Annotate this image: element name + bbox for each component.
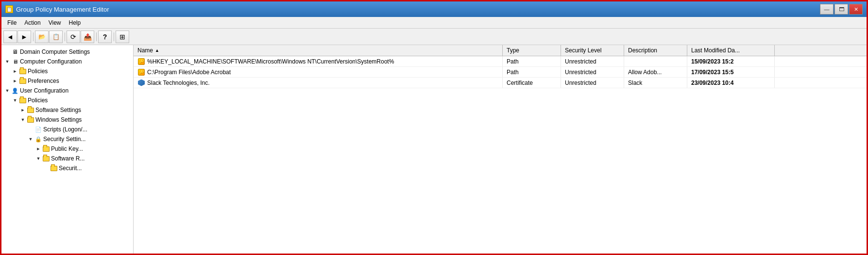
close-button[interactable]: ✕: [849, 4, 863, 15]
expand-preferences[interactable]: ►: [11, 77, 19, 85]
toolbar-sep-1: [32, 31, 34, 43]
window-title: Group Policy Management Editor: [16, 6, 109, 13]
policy-icon-1: 🔑: [138, 58, 145, 65]
sidebar-item-windows-settings[interactable]: ▼ Windows Settings: [19, 115, 133, 125]
row3-desc: Slack: [628, 80, 642, 86]
menu-view[interactable]: View: [45, 18, 65, 27]
expand-user-config[interactable]: ▼: [3, 87, 11, 95]
expand-windows-settings[interactable]: ▼: [19, 116, 27, 124]
menu-help[interactable]: Help: [65, 18, 85, 27]
row1-name: %HKEY_LOCAL_MACHINE\SOFTWARE\Microsoft\W…: [147, 58, 394, 65]
row2-name-cell: 🔑 C:\Program Files\Adobe Acrobat: [134, 67, 503, 77]
sidebar-item-software-settings[interactable]: ► Software Settings: [19, 105, 133, 115]
row2-type: Path: [507, 69, 519, 76]
sidebar-item-security2[interactable]: Securit...: [42, 163, 133, 173]
menu-file[interactable]: File: [3, 18, 20, 27]
row1-security: Unrestricted: [565, 58, 596, 65]
title-bar: 📋 Group Policy Management Editor — 🗖 ✕: [1, 1, 867, 17]
col-type-label: Type: [507, 47, 519, 54]
row2-name: C:\Program Files\Adobe Acrobat: [147, 69, 231, 76]
expand-domain[interactable]: [3, 48, 11, 56]
row2-type-cell: Path: [503, 67, 561, 77]
col-header-name[interactable]: Name ▲: [134, 45, 503, 56]
expand-security2[interactable]: [42, 164, 50, 172]
computer-icon: 🖥: [11, 48, 19, 56]
expand-scripts[interactable]: [27, 126, 34, 133]
folder-public-key-icon: [42, 145, 50, 153]
sidebar-item-computer-config-label: Computer Configuration: [20, 58, 82, 65]
sidebar-item-software-r[interactable]: ▼ Software R...: [34, 154, 133, 163]
expand-software-settings[interactable]: ►: [19, 106, 27, 114]
row1-type: Path: [507, 58, 519, 65]
toolbar: ◄ ► 📂 📋 ⟳ 📤 ? ⊞: [1, 29, 867, 45]
row2-desc: Allow Adob...: [628, 69, 662, 76]
sidebar-item-user-config-label: User Configuration: [20, 87, 68, 94]
col-header-type[interactable]: Type: [503, 45, 561, 56]
row2-desc-cell: Allow Adob...: [624, 67, 687, 77]
sidebar-item-policies[interactable]: ► Policies: [11, 66, 133, 76]
sidebar-item-security-settings[interactable]: ▼ 🔒 Security Settin...: [27, 134, 133, 144]
menu-action[interactable]: Action: [20, 18, 44, 27]
row2-icon: 🔑: [137, 68, 145, 76]
table-row[interactable]: 🔑 %HKEY_LOCAL_MACHINE\SOFTWARE\Microsoft…: [134, 56, 867, 67]
computer-config-icon: 🖥: [11, 58, 19, 65]
row1-modified: 15/09/2023 15:2: [691, 58, 733, 65]
row3-icon: [137, 79, 145, 87]
expand-policies[interactable]: ►: [11, 67, 19, 75]
sidebar-item-preferences[interactable]: ► Preferences: [11, 76, 133, 86]
folder-policies-icon: [19, 67, 27, 75]
sidebar-tree: 🖥 Domain Computer Settings ▼ 🖥 Computer …: [1, 45, 134, 254]
folder-windows-icon: [27, 116, 34, 124]
sidebar-item-domain[interactable]: 🖥 Domain Computer Settings: [3, 47, 133, 57]
row3-type: Certificate: [507, 80, 533, 86]
forward-button[interactable]: ►: [17, 31, 31, 43]
col-header-description[interactable]: Description: [624, 45, 687, 56]
sidebar-item-security2-label: Securit...: [59, 165, 82, 172]
toolbar-sep-2: [63, 31, 66, 43]
user-config-icon: 👤: [11, 87, 19, 95]
sidebar-item-policies-label: Policies: [28, 68, 48, 75]
shield-policy-icon-3: [138, 80, 145, 86]
row2-security-cell: Unrestricted: [561, 67, 624, 77]
sort-arrow-name: ▲: [155, 48, 159, 53]
folder-security2-icon: [50, 164, 58, 172]
properties-button[interactable]: ⊞: [116, 31, 129, 43]
folder-software-icon: [27, 106, 34, 114]
expand-software-r[interactable]: ▼: [34, 155, 42, 162]
sidebar-item-policies2[interactable]: ▼ Policies: [11, 96, 133, 105]
col-header-security[interactable]: Security Level: [561, 45, 624, 56]
expand-security-settings[interactable]: ▼: [27, 135, 34, 143]
scripts-icon: 📄: [34, 126, 42, 133]
folder-preferences-icon: [19, 77, 27, 85]
sidebar-item-policies2-label: Policies: [28, 97, 48, 104]
sidebar-item-computer-config[interactable]: ▼ 🖥 Computer Configuration: [3, 57, 133, 66]
back-button[interactable]: ◄: [3, 31, 17, 43]
table-row[interactable]: 🔑 C:\Program Files\Adobe Acrobat Path Un…: [134, 67, 867, 78]
col-header-modified[interactable]: Last Modified Da...: [687, 45, 775, 56]
sidebar-item-public-key[interactable]: ► Public Key...: [34, 144, 133, 154]
maximize-button[interactable]: 🗖: [834, 4, 848, 15]
policy-icon-2: 🔑: [138, 69, 145, 76]
minimize-button[interactable]: —: [820, 4, 834, 15]
export-button[interactable]: 📤: [81, 31, 94, 43]
row1-type-cell: Path: [503, 56, 561, 66]
list-body: 🔑 %HKEY_LOCAL_MACHINE\SOFTWARE\Microsoft…: [134, 56, 867, 254]
sidebar-item-domain-label: Domain Computer Settings: [20, 48, 90, 55]
expand-computer-config[interactable]: ▼: [3, 58, 11, 65]
row3-security-cell: Unrestricted: [561, 78, 624, 88]
sidebar-item-scripts[interactable]: 📄 Scripts (Logon/...: [27, 125, 133, 134]
open-button[interactable]: 📂: [35, 31, 49, 43]
row1-security-cell: Unrestricted: [561, 56, 624, 66]
refresh-button[interactable]: ⟳: [67, 31, 80, 43]
folder-software-r-icon: [42, 155, 50, 162]
sidebar-item-user-config[interactable]: ▼ 👤 User Configuration: [3, 86, 133, 96]
row3-name-cell: Slack Technologies, Inc.: [134, 78, 503, 88]
col-modified-label: Last Modified Da...: [691, 47, 740, 54]
row3-desc-cell: Slack: [624, 78, 687, 88]
sidebar-item-preferences-label: Preferences: [28, 78, 59, 84]
expand-public-key[interactable]: ►: [34, 145, 42, 153]
help-button[interactable]: ?: [98, 31, 112, 43]
expand-policies2[interactable]: ▼: [11, 96, 19, 104]
table-row[interactable]: Slack Technologies, Inc. Certificate Unr…: [134, 78, 867, 88]
copy-button[interactable]: 📋: [49, 31, 63, 43]
